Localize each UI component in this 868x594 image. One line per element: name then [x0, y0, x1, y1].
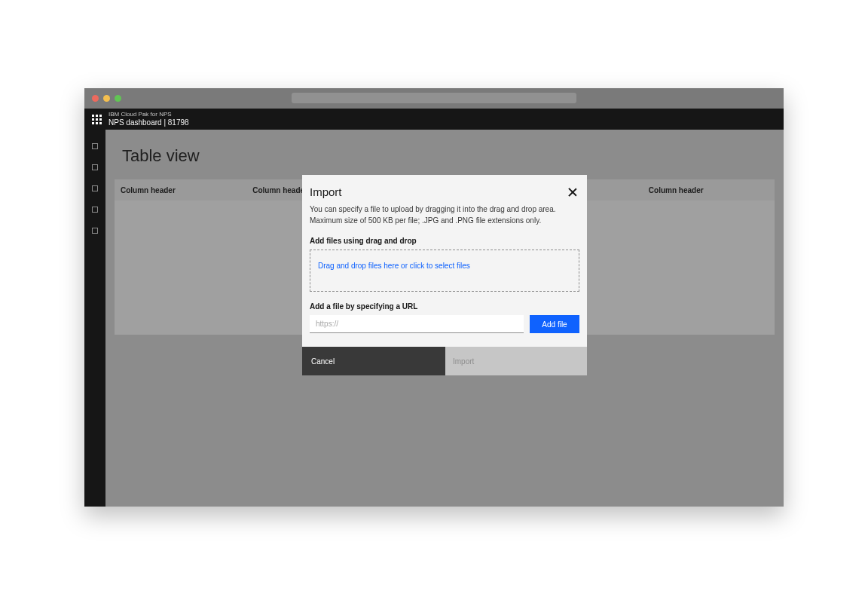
- import-button[interactable]: Import: [445, 347, 587, 375]
- close-window-icon[interactable]: [92, 95, 99, 102]
- add-file-button[interactable]: Add file: [530, 315, 579, 333]
- app-header-titles: IBM Cloud Pak for NPS NPS dashboard | 81…: [108, 112, 189, 127]
- close-icon[interactable]: [567, 187, 578, 197]
- minimize-window-icon[interactable]: [103, 95, 110, 102]
- zoom-window-icon[interactable]: [115, 95, 121, 102]
- dropzone-hint: Drag and drop files here or click to sel…: [318, 262, 470, 270]
- macos-titlebar: [84, 88, 784, 109]
- nav-item-5-icon[interactable]: [92, 228, 98, 234]
- modal-description: You can specify a file to upload by drag…: [310, 204, 558, 226]
- browser-address-bar[interactable]: [292, 93, 576, 103]
- window-controls: [92, 95, 121, 102]
- nav-item-2-icon[interactable]: [92, 164, 98, 170]
- url-section-label: Add a file by specifying a URL: [310, 302, 579, 311]
- file-dropzone[interactable]: Drag and drop files here or click to sel…: [310, 250, 579, 292]
- app-header: IBM Cloud Pak for NPS NPS dashboard | 81…: [84, 109, 784, 130]
- app-switcher-icon[interactable]: [89, 112, 104, 127]
- page-context-title: NPS dashboard | 81798: [108, 118, 189, 127]
- nav-item-4-icon[interactable]: [92, 207, 98, 213]
- left-nav-rail: [84, 130, 105, 507]
- product-name: IBM Cloud Pak for NPS: [108, 112, 189, 118]
- browser-window: IBM Cloud Pak for NPS NPS dashboard | 81…: [84, 88, 784, 507]
- dragdrop-section-label: Add files using drag and drop: [310, 237, 579, 245]
- cancel-button[interactable]: Cancel: [302, 347, 445, 375]
- modal-title: Import: [310, 185, 342, 198]
- nav-item-1-icon[interactable]: [92, 143, 98, 149]
- import-modal: Import You can specify a file to upload …: [302, 175, 587, 375]
- url-input[interactable]: [310, 315, 524, 333]
- modal-action-bar: Cancel Import: [302, 347, 587, 375]
- nav-item-3-icon[interactable]: [92, 185, 98, 191]
